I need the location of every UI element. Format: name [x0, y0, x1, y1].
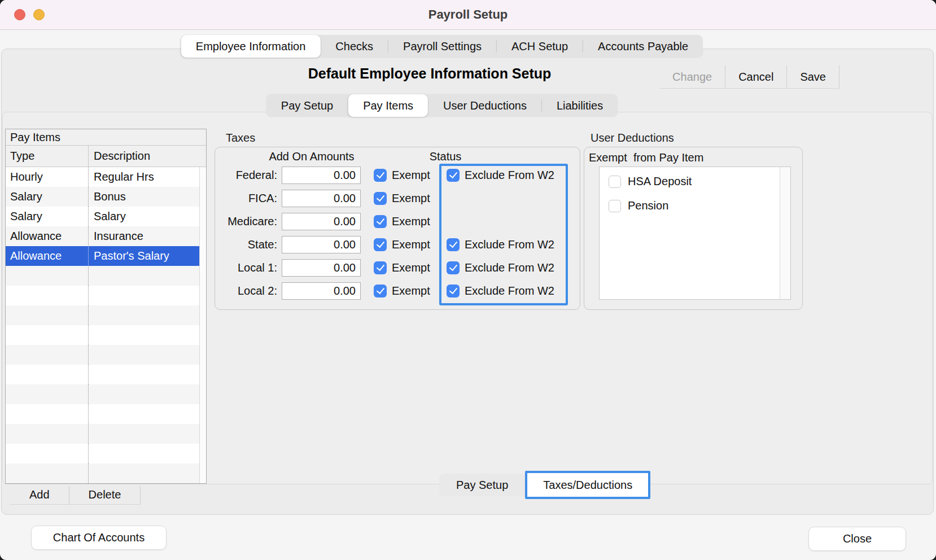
- sub-tab-bar: Pay SetupPay ItemsUser DeductionsLiabili…: [266, 94, 618, 117]
- main-tab-bar: Employee InformationChecksPayroll Settin…: [181, 35, 703, 58]
- amount-input[interactable]: [282, 282, 361, 300]
- checkbox-checked-icon[interactable]: [447, 261, 460, 274]
- tax-label: State:: [215, 238, 277, 251]
- table-row-empty[interactable]: [6, 345, 199, 365]
- tax-row-medicare: Medicare:Exempt: [215, 212, 580, 230]
- add-button[interactable]: Add: [10, 486, 69, 505]
- cell-description: [88, 345, 199, 365]
- tab-payroll-settings[interactable]: Payroll Settings: [388, 35, 496, 58]
- cell-type: Salary: [6, 187, 88, 207]
- subtab-liabilities[interactable]: Liabilities: [542, 94, 618, 117]
- table-button-group: AddDelete: [10, 486, 141, 505]
- cell-description: [88, 424, 199, 444]
- table-row-empty[interactable]: [6, 404, 199, 424]
- user-deductions-section-label: User Deductions: [591, 132, 674, 145]
- table-row[interactable]: HourlyRegular Hrs: [6, 167, 199, 187]
- table-scrollbar[interactable]: [199, 167, 206, 483]
- exclude-w2-checkbox-cell[interactable]: Exclude From W2: [447, 282, 554, 300]
- checkbox-unchecked-icon[interactable]: [609, 200, 621, 212]
- exempt-checkbox-cell[interactable]: Exempt: [374, 169, 430, 182]
- tax-row-fica: FICA:Exempt: [215, 189, 580, 207]
- delete-button[interactable]: Delete: [69, 486, 141, 505]
- table-row[interactable]: AllowanceInsurance: [6, 226, 199, 246]
- table-row-empty[interactable]: [6, 365, 199, 384]
- tax-rows: Federal:ExemptExclude From W2FICA:Exempt…: [215, 166, 580, 305]
- table-row-empty[interactable]: [6, 305, 199, 325]
- cell-type: [6, 384, 88, 404]
- exclude-w2-checkbox-cell[interactable]: Exclude From W2: [447, 235, 554, 253]
- tab-accounts-payable[interactable]: Accounts Payable: [583, 35, 703, 58]
- deduction-item-pension[interactable]: Pension: [609, 199, 790, 212]
- window-title: Payroll Setup: [0, 0, 936, 29]
- checkbox-checked-icon[interactable]: [374, 261, 387, 274]
- column-header-type[interactable]: Type: [6, 146, 88, 167]
- save-button[interactable]: Save: [787, 65, 839, 89]
- change-button[interactable]: Change: [659, 65, 725, 89]
- column-header-description[interactable]: Description: [88, 146, 206, 167]
- cell-type: Allowance: [6, 246, 88, 266]
- checkbox-checked-icon[interactable]: [447, 238, 460, 251]
- exempt-checkbox-cell[interactable]: Exempt: [374, 215, 430, 228]
- cell-description: Bonus: [88, 187, 199, 207]
- subtab-pay-setup[interactable]: Pay Setup: [266, 94, 348, 117]
- exempt-label: Exempt: [392, 238, 430, 251]
- checkbox-checked-icon[interactable]: [374, 215, 387, 228]
- user-deductions-scrollbar[interactable]: [780, 167, 790, 299]
- amount-input[interactable]: [282, 259, 361, 277]
- amount-input[interactable]: [282, 167, 361, 184]
- subtab-pay-items[interactable]: Pay Items: [348, 94, 428, 117]
- deduction-item-hsa-deposit[interactable]: HSA Deposit: [609, 175, 790, 188]
- exempt-checkbox-cell[interactable]: Exempt: [374, 261, 430, 274]
- checkbox-checked-icon[interactable]: [374, 285, 387, 298]
- cell-type: [6, 404, 88, 424]
- exclude-w2-label: Exclude From W2: [465, 238, 554, 251]
- cell-type: Hourly: [6, 167, 88, 187]
- checkbox-checked-icon[interactable]: [374, 192, 387, 205]
- cell-description: [88, 384, 199, 404]
- checkbox-checked-icon[interactable]: [447, 169, 460, 182]
- bottom-tab-pay-setup[interactable]: Pay Setup: [439, 474, 525, 496]
- table-row[interactable]: SalarySalary: [6, 207, 199, 226]
- bottom-tab-taxes-deductions[interactable]: Taxes/Deductions: [525, 471, 650, 499]
- tab-checks[interactable]: Checks: [321, 35, 388, 58]
- table-row-empty[interactable]: [6, 325, 199, 345]
- exempt-checkbox-cell[interactable]: Exempt: [374, 192, 430, 205]
- close-button[interactable]: Close: [808, 527, 906, 551]
- chart-of-accounts-button[interactable]: Chart Of Accounts: [31, 526, 167, 550]
- exempt-checkbox-cell[interactable]: Exempt: [374, 285, 430, 298]
- amount-input[interactable]: [282, 190, 361, 207]
- exempt-checkbox-cell[interactable]: Exempt: [374, 238, 430, 251]
- table-row-empty[interactable]: [6, 444, 199, 463]
- add-on-amounts-header: Add On Amounts: [264, 150, 360, 163]
- subtab-user-deductions[interactable]: User Deductions: [428, 94, 541, 117]
- tab-employee-information[interactable]: Employee Information: [181, 35, 321, 58]
- tab-ach-setup[interactable]: ACH Setup: [497, 35, 583, 58]
- exempt-label: Exempt: [392, 192, 430, 205]
- cell-type: [6, 444, 88, 463]
- checkbox-checked-icon[interactable]: [447, 285, 460, 298]
- exclude-w2-checkbox-cell[interactable]: Exclude From W2: [447, 259, 554, 277]
- checkbox-checked-icon[interactable]: [374, 169, 387, 182]
- cell-type: [6, 345, 88, 365]
- tax-label: Federal:: [215, 169, 277, 182]
- table-row-empty[interactable]: [6, 266, 199, 286]
- pay-items-table: Pay Items Type Description HourlyRegular…: [5, 129, 207, 484]
- user-deductions-section: Exempt from Pay Item HSA DepositPension: [584, 147, 803, 310]
- exclude-w2-checkbox-cell[interactable]: Exclude From W2: [447, 166, 554, 184]
- cancel-button[interactable]: Cancel: [725, 65, 787, 89]
- cell-description: Pastor's Salary: [88, 246, 199, 266]
- cell-description: [88, 305, 199, 325]
- table-column-header: Type Description: [6, 146, 206, 167]
- table-row-empty[interactable]: [6, 424, 199, 444]
- amount-input[interactable]: [282, 236, 361, 253]
- checkbox-checked-icon[interactable]: [374, 238, 387, 251]
- cell-type: [6, 286, 88, 305]
- table-row-empty[interactable]: [6, 286, 199, 305]
- table-row-empty[interactable]: [6, 463, 199, 483]
- amount-input[interactable]: [282, 213, 361, 230]
- table-row[interactable]: SalaryBonus: [6, 187, 199, 207]
- checkbox-unchecked-icon[interactable]: [609, 176, 621, 188]
- cell-description: [88, 444, 199, 463]
- table-row[interactable]: AllowancePastor's Salary: [6, 246, 199, 266]
- table-row-empty[interactable]: [6, 384, 199, 404]
